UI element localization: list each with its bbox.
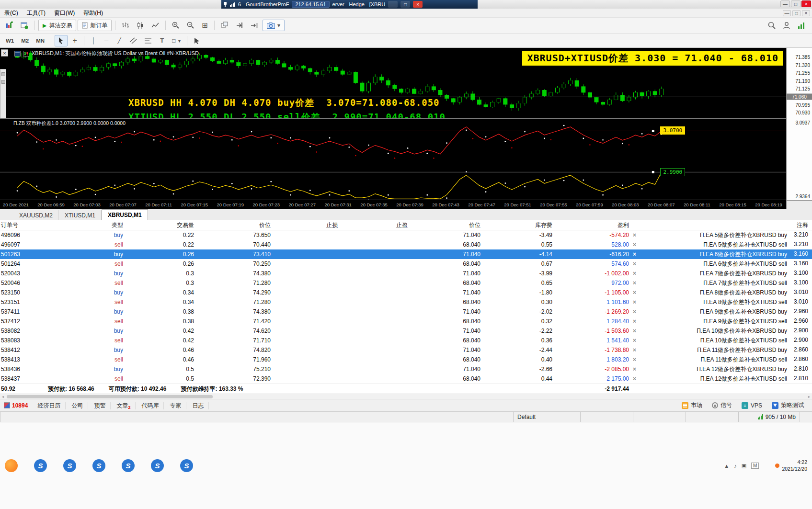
window-maximize-button[interactable]: □ [791, 0, 801, 7]
close-position-button[interactable]: × [633, 299, 645, 305]
order-row[interactable]: 496096 buy 0.22 73.650 71.040 -3.49 -574… [0, 230, 812, 240]
tray-app-icon[interactable]: ▣ [742, 463, 746, 469]
market-button[interactable]: 市场 [677, 401, 707, 409]
close-position-button[interactable]: × [633, 366, 645, 373]
close-position-button[interactable]: × [633, 260, 645, 267]
taskbar-app-icon[interactable]: S [151, 459, 164, 472]
vps-button[interactable]: ≡VPS [737, 402, 766, 409]
zoom-in-icon[interactable] [169, 20, 183, 31]
chart-shift-icon[interactable] [233, 20, 246, 31]
pin-icon[interactable] [223, 2, 227, 7]
mdi-restore-button[interactable]: □ [792, 10, 801, 16]
strategy-tester-button[interactable]: 策略测试 [767, 401, 808, 409]
new-chart-button[interactable] [3, 20, 16, 31]
chart-tab-xtiusd[interactable]: XTIUSD,M1 [59, 210, 102, 220]
header-tp[interactable]: 止盈 [342, 221, 412, 229]
docked-panel-close-button[interactable]: × [1, 49, 8, 57]
rdp-minimize-button[interactable]: — [388, 1, 398, 8]
order-row[interactable]: 537412 sell 0.38 71.420 68.040 0.32 1 28… [0, 317, 812, 326]
text-tool[interactable]: T [156, 35, 168, 46]
chart-tab-xbrusd[interactable]: XBRUSD,M1 [102, 209, 148, 220]
timeframe-w1-button[interactable]: W1 [3, 35, 17, 46]
taskbar-clock[interactable]: 4:22 2021/12/20 [775, 459, 807, 472]
channel-tool[interactable] [126, 35, 140, 46]
order-row[interactable]: 538437 sell 0.5 72.390 68.040 0.44 2 175… [0, 374, 812, 384]
taskbar-app-icon[interactable]: S [92, 459, 105, 472]
new-order-button[interactable]: 新订单 [78, 20, 112, 31]
tab-alerts[interactable]: 预警 [89, 402, 111, 409]
order-row[interactable]: 538083 sell 0.42 71.710 68.040 0.36 1 54… [0, 336, 812, 345]
bars-chart-icon[interactable] [119, 20, 132, 31]
window-close-button[interactable]: × [801, 0, 811, 7]
scroll-left-arrow[interactable]: ◄ [0, 395, 6, 398]
fibonacci-tool[interactable] [141, 35, 155, 46]
order-row[interactable]: 520046 sell 0.3 71.280 68.040 0.65 972.0… [0, 278, 812, 288]
close-position-button[interactable]: × [633, 347, 645, 353]
close-position-button[interactable]: × [633, 241, 645, 248]
menu-item-window[interactable]: 窗口(W) [50, 9, 79, 17]
header-sl[interactable]: 止损 [274, 221, 342, 229]
tab-company[interactable]: 公司 [67, 402, 88, 409]
tab-economic-calendar[interactable]: 经济日历 [33, 402, 66, 409]
close-position-button[interactable]: × [633, 375, 645, 382]
close-position-button[interactable]: × [633, 251, 645, 258]
shapes-tool[interactable]: □ ▾ [169, 35, 183, 46]
taskbar-app-icon[interactable]: S [180, 459, 193, 472]
tray-hidden-icons-button[interactable]: ▲ [724, 463, 729, 469]
tab-experts[interactable]: 专家 [165, 402, 186, 409]
order-row[interactable]: 496097 sell 0.22 70.440 68.040 0.55 528.… [0, 240, 812, 249]
connection-level-icon[interactable] [795, 20, 809, 31]
close-position-button[interactable]: × [633, 356, 645, 363]
menu-item-tools[interactable]: 工具(T) [23, 9, 50, 17]
rdp-close-button[interactable]: × [413, 1, 423, 8]
header-comment[interactable]: 注释 [645, 221, 812, 229]
crosshair-tool-button[interactable]: + [69, 35, 80, 46]
account-icon[interactable] [780, 20, 793, 31]
close-position-button[interactable]: × [633, 328, 645, 334]
pointer-arrow-icon[interactable] [191, 35, 204, 46]
header-order-id[interactable]: 订单号 [0, 221, 48, 229]
close-position-button[interactable]: × [633, 270, 645, 277]
timeframe-m2-button[interactable]: M2 [18, 35, 32, 46]
tile-windows-icon[interactable]: ⊞ [199, 20, 211, 31]
rdp-restore-button[interactable]: □ [400, 1, 410, 8]
order-row[interactable]: 523150 buy 0.34 74.290 71.040 -1.80 -1 1… [0, 288, 812, 297]
connection-status[interactable]: 905 / 10 Mb [738, 412, 800, 422]
timeframe-mn-button[interactable]: MN [33, 35, 47, 46]
order-row[interactable]: 501263 buy 0.26 73.410 71.040 -4.14 -616… [0, 249, 812, 259]
taskbar-app-icon[interactable]: S [122, 459, 135, 472]
header-type[interactable]: 类型 [48, 221, 127, 229]
taskbar-app-icon[interactable]: S [63, 459, 76, 472]
vertical-line-tool[interactable]: │ [88, 35, 99, 46]
order-row[interactable]: 538412 buy 0.46 74.820 71.040 -2.44 -1 7… [0, 345, 812, 355]
candles-chart-icon[interactable] [134, 20, 147, 31]
price-chart-pane[interactable]: × XBRUSD,M1: 英国布伦特原油现货 US Dollar vs Bren… [0, 48, 786, 119]
language-indicator[interactable]: M [751, 463, 759, 469]
header-swap[interactable]: 库存费 [484, 221, 556, 229]
taskbar-app-icon[interactable]: S [34, 459, 47, 472]
line-chart-icon[interactable] [149, 20, 162, 31]
close-position-button[interactable]: × [633, 289, 645, 296]
header-profit[interactable]: 盈利 [556, 221, 633, 229]
close-position-button[interactable]: × [633, 308, 645, 315]
order-row[interactable]: 538082 buy 0.42 74.620 71.040 -2.22 -1 5… [0, 326, 812, 336]
order-row[interactable]: 523151 sell 0.34 71.280 68.040 0.30 1 10… [0, 297, 812, 307]
order-row[interactable]: 520043 buy 0.3 74.380 71.040 -3.99 -1 00… [0, 269, 812, 278]
profile-selector[interactable]: Default [513, 412, 580, 422]
close-position-button[interactable]: × [633, 337, 645, 344]
mdi-minimize-button[interactable]: — [783, 10, 791, 16]
algo-trading-button[interactable]: ▶ 算法交易 [38, 20, 76, 31]
order-row[interactable]: 538436 buy 0.5 75.210 71.040 -2.66 -2 08… [0, 364, 812, 374]
scroll-right-arrow[interactable]: ► [806, 395, 812, 398]
order-row[interactable]: 537411 buy 0.38 74.380 71.040 -2.02 -1 2… [0, 307, 812, 317]
tab-journal[interactable]: 日志 [187, 402, 209, 409]
spread-indicator-pane[interactable]: П.ZB 双币种价差1.0 3.0700 2.9900 0.0000 0.000… [0, 119, 786, 200]
order-row[interactable]: 501264 sell 0.26 70.250 68.040 0.67 574.… [0, 259, 812, 269]
header-open-price[interactable]: 价位 [198, 221, 274, 229]
tab-articles[interactable]: 文章2 [112, 402, 136, 409]
close-position-button[interactable]: × [633, 280, 645, 286]
order-row[interactable]: 538413 sell 0.46 71.960 68.040 0.40 1 80… [0, 355, 812, 364]
header-current-price[interactable]: 价位 [412, 221, 484, 229]
mdi-close-button[interactable]: × [802, 10, 810, 16]
search-icon[interactable] [765, 20, 778, 31]
